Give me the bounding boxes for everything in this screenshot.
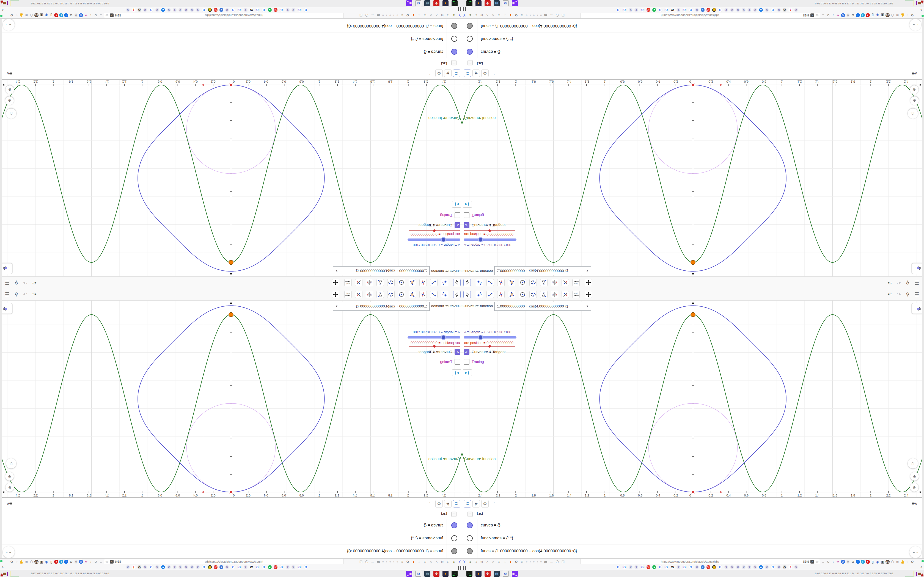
search-icon[interactable]: ⚲ <box>15 280 18 286</box>
zoom-badge[interactable]: 81% <box>803 560 809 563</box>
favicon-snow[interactable]: ✳ <box>695 8 699 12</box>
ring-icon[interactable]: ○ <box>393 561 395 563</box>
ring-icon[interactable]: ○ <box>529 561 531 563</box>
segment-tool[interactable] <box>486 291 494 298</box>
intersect-two-lines-tool[interactable] <box>419 291 427 298</box>
ring-icon[interactable]: ○ <box>536 14 539 16</box>
undo-icon[interactable]: ↶ <box>32 280 37 286</box>
ring-icon[interactable]: ○ <box>393 14 395 16</box>
chevron-down-icon[interactable]: ▼ <box>335 269 338 272</box>
headset-icon[interactable]: ∩ <box>491 13 496 18</box>
favicon-snow[interactable]: ✳ <box>196 565 200 569</box>
favicon-G[interactable]: G <box>202 8 206 12</box>
floppy64-app-icon[interactable]: 64 <box>503 0 509 6</box>
fx-icon[interactable]: fx <box>472 500 480 508</box>
thumb-icon[interactable]: 👍 <box>900 560 905 564</box>
dot-icon[interactable]: ⊙ <box>533 561 535 563</box>
circle-center-point-tool[interactable] <box>519 279 526 286</box>
redo-icon[interactable]: ↷ <box>23 291 27 298</box>
function-input[interactable]: 1.000000000000 + cos(4.000000000000 x) ▼ <box>494 266 591 275</box>
card-icon[interactable]: ▣ <box>39 13 44 17</box>
function-selector-label[interactable]: Curvature function <box>431 269 462 273</box>
line-through-point-tool[interactable] <box>355 291 362 298</box>
reflect-about-line-tool[interactable] <box>366 291 373 298</box>
undo-icon[interactable]: ↶ <box>887 291 892 298</box>
gear-icon[interactable]: ⚙ <box>435 500 443 508</box>
favicon-gearD[interactable]: ⚙ <box>783 8 787 12</box>
globe-icon[interactable]: ⊕ <box>895 13 900 17</box>
favicon-f[interactable]: f <box>132 565 136 569</box>
algebra-view-icon[interactable]: ≡∿ <box>7 501 12 506</box>
favicon-G[interactable]: G <box>279 565 284 569</box>
reload-icon[interactable]: ↻ <box>94 560 98 564</box>
download-icon[interactable]: ↓ <box>831 560 835 564</box>
zoom-badge[interactable]: 81% <box>803 14 809 17</box>
move-graphics-view-tool[interactable] <box>585 279 592 286</box>
favicon-G[interactable]: G <box>231 8 236 12</box>
angle-tool[interactable]: α <box>540 279 548 286</box>
translate-icon[interactable]: A <box>79 13 83 17</box>
translate-icon[interactable]: A <box>811 14 814 17</box>
gear-icon[interactable]: ⚙ <box>514 559 519 564</box>
media-y-icon[interactable]: Y <box>457 559 462 564</box>
floppy64-app-icon[interactable]: 64 <box>415 0 421 6</box>
favicon-Ya[interactable]: Я <box>214 565 218 569</box>
favicon-G[interactable]: G <box>718 8 722 12</box>
undo-icon[interactable]: ↶ <box>32 291 37 298</box>
sphere-icon[interactable]: ◉ <box>876 560 880 564</box>
floppy64-app-icon[interactable]: 64 <box>503 571 509 577</box>
globe-icon[interactable]: ⊕ <box>520 559 524 564</box>
lock-icon[interactable]: ⚿ <box>359 559 363 564</box>
reflect-about-line-tool[interactable] <box>551 279 558 286</box>
collapse-list-button[interactable]: − <box>467 512 473 517</box>
chevron-down-icon[interactable]: ▼ <box>586 305 589 308</box>
olive-icon[interactable]: ● <box>452 559 456 564</box>
gear-icon[interactable]: ⚙ <box>514 13 519 18</box>
curvature-tangent-label[interactable]: Curvature & Tangent <box>472 350 506 354</box>
collapse-list-button[interactable]: − <box>467 60 473 65</box>
dot-icon[interactable]: ⊙ <box>382 14 384 16</box>
visibility-toggle[interactable] <box>451 522 457 529</box>
arc-position-slider-knob[interactable] <box>433 229 436 232</box>
favicon-snow[interactable]: ✳ <box>677 565 680 569</box>
slider-tool[interactable]: a=2 <box>572 291 580 298</box>
settings-red-app-icon[interactable]: ⚙ <box>485 0 491 6</box>
segment-tool[interactable] <box>430 279 438 286</box>
algebra-row-funcs[interactable]: funcs = {1.000000000000 + cos(4.00000000… <box>462 19 924 32</box>
zoom-badge[interactable]: 81% <box>115 14 121 17</box>
favicon-info[interactable]: i <box>220 8 223 12</box>
dot-icon[interactable]: ⊙ <box>396 14 399 16</box>
dot-icon[interactable]: ⊙ <box>525 14 528 16</box>
favicon-Ya[interactable]: Я <box>706 8 710 12</box>
plus-icon[interactable]: + <box>856 13 860 17</box>
zoom-in-button[interactable]: ⊕ <box>5 472 14 480</box>
favicon-snow[interactable]: ✳ <box>695 565 699 569</box>
slider-tool[interactable]: a=2 <box>572 279 580 286</box>
polygon-tool[interactable] <box>508 279 515 286</box>
dot-icon[interactable]: ⊙ <box>389 14 391 16</box>
fullscreen-button[interactable]: ⌐ ¬ <box>3 546 15 558</box>
favicon-G[interactable]: G <box>202 565 206 569</box>
favicon-snow[interactable]: ✳ <box>794 8 798 12</box>
forward-arrow-icon[interactable]: → <box>99 560 103 564</box>
favicon-gearD[interactable]: ⚙ <box>137 8 141 12</box>
arc-length-slider-knob[interactable] <box>441 335 446 340</box>
wrench-icon[interactable]: ⌁ <box>502 559 507 564</box>
gear-icon[interactable]: ⚙ <box>69 13 73 17</box>
dot-icon[interactable]: ⊙ <box>389 561 391 563</box>
terminal-app-icon[interactable]: >_ <box>452 0 457 6</box>
globe-icon[interactable]: ⊕ <box>400 559 404 564</box>
favicon-G[interactable]: G <box>237 565 242 569</box>
shield-icon[interactable]: ⬠ <box>555 13 560 18</box>
favicon-snow[interactable]: ✳ <box>155 8 159 12</box>
favicon-leaf[interactable]: ▲ <box>652 565 656 569</box>
search-icon[interactable]: ⚲ <box>15 292 18 297</box>
visibility-toggle[interactable] <box>467 548 473 554</box>
algebra-row-curves[interactable]: curves = {} <box>462 519 924 532</box>
trash-icon[interactable]: ▯ <box>49 560 53 564</box>
chevron-up-icon[interactable]: ∧ <box>920 8 922 12</box>
sphere-icon[interactable]: ◉ <box>876 13 880 17</box>
wrench-icon[interactable]: ⌁ <box>15 560 19 564</box>
function-input[interactable]: 1.000000000000 + cos(4.000000000000 x) ▼ <box>333 302 430 311</box>
globe-icon[interactable]: ⊕ <box>479 13 484 18</box>
